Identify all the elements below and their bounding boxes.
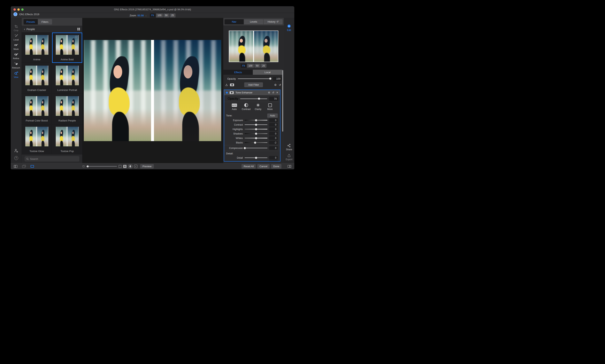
import-preset-icon[interactable]	[225, 83, 228, 86]
preview-button[interactable]: Preview	[140, 164, 154, 169]
slider-track[interactable]	[245, 142, 267, 143]
export-button[interactable]: Export	[286, 154, 293, 161]
canvas-image-before[interactable]	[84, 40, 151, 141]
tab-filters[interactable]: Filters	[38, 19, 52, 25]
slider-value[interactable]: 0	[269, 118, 278, 122]
slider-track[interactable]	[245, 129, 267, 130]
add-filter-button[interactable]: Add Filter	[244, 82, 263, 87]
tab-effects[interactable]: Effects	[223, 70, 253, 75]
preset-cell[interactable]: Anime Bold	[52, 33, 82, 63]
slider-value[interactable]: 0	[269, 132, 278, 135]
toggle-panels-icon[interactable]	[288, 165, 291, 168]
slider-track[interactable]	[245, 133, 267, 134]
filter-opacity-value[interactable]: 70	[269, 97, 278, 101]
category-header[interactable]: ‹ People	[22, 26, 82, 32]
filter-mask-icon[interactable]	[230, 91, 234, 94]
preset-cell[interactable]: Portrait Color Boost	[22, 94, 52, 124]
cancel-button[interactable]: Cancel	[257, 164, 269, 169]
compare-original-button[interactable]: A	[123, 165, 126, 168]
preset-cell[interactable]: Tootsie Pop	[52, 124, 82, 155]
slider-track[interactable]	[245, 157, 267, 158]
preset-cell[interactable]: Luminizer Portrait	[52, 63, 82, 93]
tab-levels[interactable]: Levels	[244, 19, 263, 24]
slider-track[interactable]	[245, 138, 267, 138]
size-slider[interactable]	[86, 166, 117, 167]
chevron-down-icon[interactable]: ⌄	[145, 14, 147, 16]
compare-view[interactable]	[84, 40, 221, 141]
grid-view-icon[interactable]	[77, 28, 80, 30]
tab-history[interactable]: History ↺	[263, 19, 283, 24]
master-opacity-slider[interactable]	[238, 78, 271, 79]
sidebar-view-icon[interactable]	[14, 165, 17, 168]
help-icon[interactable]: ?	[14, 156, 18, 160]
slider-value[interactable]: 0	[269, 136, 278, 140]
auto-quick-button[interactable]: AUTO Auto	[229, 103, 239, 113]
zoom-fit-button[interactable]: Fit	[150, 13, 155, 17]
filter-close-icon[interactable]: ✕	[276, 91, 278, 94]
slider-value[interactable]: 0	[269, 127, 278, 131]
tool-mask[interactable]: Mask	[11, 43, 21, 50]
preset-cell[interactable]: Anime	[22, 33, 52, 63]
tab-nav[interactable]: Nav	[224, 19, 244, 24]
reset-icon[interactable]: ↺	[279, 83, 281, 86]
nav-25-button[interactable]: 25	[261, 64, 266, 68]
slider-value[interactable]: 0	[269, 160, 278, 162]
done-button[interactable]: Done	[271, 164, 281, 169]
navigator-preview[interactable]	[229, 31, 278, 62]
tone-auto-button[interactable]: Auto	[267, 114, 278, 118]
reset-all-button[interactable]: Reset All	[242, 164, 256, 169]
contrast-quick-button[interactable]: Contrast	[241, 103, 251, 113]
master-opacity-value[interactable]: 100	[273, 77, 282, 81]
slider-value[interactable]: -2	[269, 141, 278, 144]
filter-title: Tone Enhancer	[235, 91, 252, 94]
account-settings-icon[interactable]	[14, 149, 18, 153]
filter-reset-icon[interactable]: ↺	[272, 91, 274, 94]
preset-cell[interactable]: Radiant People	[52, 94, 82, 124]
zoom-50-button[interactable]: 50	[163, 13, 169, 17]
slider-value[interactable]: 0	[269, 146, 278, 150]
tab-local[interactable]: Local	[253, 70, 282, 75]
zoom-value[interactable]: 93.98	[138, 14, 144, 17]
slider-value[interactable]: 0	[269, 123, 278, 127]
gear-icon[interactable]: ⚙	[274, 83, 277, 86]
slider-value[interactable]: 0	[269, 156, 278, 160]
panel-scrollbar[interactable]	[282, 70, 283, 131]
slider-track[interactable]	[245, 148, 267, 148]
refine-pen-icon	[14, 52, 18, 57]
canvas-image-after[interactable]	[154, 40, 221, 141]
slider-track[interactable]	[245, 124, 267, 125]
clarity-quick-button[interactable]: Clarity	[253, 103, 263, 113]
mask-icon[interactable]	[230, 83, 234, 86]
slider-track[interactable]	[245, 120, 267, 120]
share-button[interactable]: Share	[286, 144, 292, 151]
search-input[interactable]	[30, 157, 78, 160]
tool-crop[interactable]: Crop	[11, 24, 21, 32]
filter-opacity-slider[interactable]	[240, 99, 267, 99]
tool-retouch[interactable]: Retouch	[11, 62, 21, 69]
tool-refine[interactable]: Refine	[11, 52, 21, 60]
more-quick-button[interactable]: ⌄ More	[265, 103, 275, 113]
preset-cell[interactable]: Graham Cracker	[22, 63, 52, 93]
filter-gear-icon[interactable]: ⚙	[268, 91, 270, 94]
tone-enhancer-header[interactable]: Tone Enhancer ⚙ ↺ ✕	[224, 90, 280, 95]
nav-100-button[interactable]: 100	[247, 64, 254, 68]
filter-enabled-dot[interactable]	[226, 92, 228, 94]
search-box[interactable]	[25, 156, 79, 162]
tool-view[interactable]: View	[11, 71, 21, 78]
show-mask-button[interactable]	[128, 165, 132, 168]
nav-fit-button[interactable]: Fit	[241, 64, 247, 68]
preset-thumb-before	[56, 96, 67, 116]
single-view-icon[interactable]	[31, 165, 34, 168]
tab-presets[interactable]: Presets	[24, 19, 38, 25]
slider-label: Clarity	[224, 161, 243, 162]
dual-view-icon[interactable]	[22, 165, 26, 168]
soft-proof-button[interactable]: ✓	[134, 165, 138, 168]
right-rail: FX Edit Share Export	[284, 18, 294, 163]
edit-module-button[interactable]: FX Edit	[287, 24, 291, 32]
chevron-left-icon[interactable]: ‹	[24, 27, 25, 31]
nav-50-button[interactable]: 50	[254, 64, 260, 68]
preset-cell[interactable]: Tootsie Glow	[22, 124, 52, 155]
zoom-100-button[interactable]: 100	[156, 13, 163, 17]
tool-local[interactable]: Local	[11, 34, 21, 41]
zoom-25-button[interactable]: 25	[170, 13, 175, 17]
